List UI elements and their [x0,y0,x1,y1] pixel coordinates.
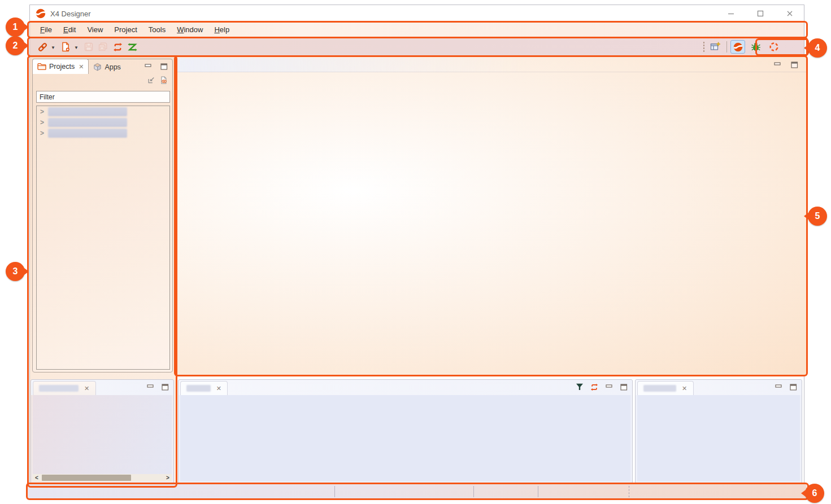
close-button[interactable] [784,7,796,20]
open-perspective-button[interactable] [708,40,722,54]
menu-view[interactable]: View [81,23,108,37]
bottom-left-tab[interactable]: ✕ [33,381,96,395]
panel-maximize-icon[interactable] [790,61,798,68]
main-toolbar: ▼ ▼ [30,38,804,56]
tab-close-icon[interactable]: ✕ [84,385,89,392]
bottom-right-tab[interactable]: ✕ [637,381,694,395]
refresh-button[interactable] [111,40,125,54]
file-preview-eye-icon[interactable] [160,76,168,84]
filter-input[interactable] [36,91,170,103]
editor-controls [773,61,798,68]
callout-5: 5 [808,207,827,226]
tree-item[interactable]: > [37,106,169,117]
save-all-icon [98,42,108,52]
app-cube-icon [93,63,102,71]
status-separator [334,486,335,497]
bottom-middle-tab[interactable]: ✕ [180,381,228,395]
panel-minimize-icon[interactable] [775,383,782,391]
bottom-right-content[interactable] [637,395,800,481]
bottom-middle-panel: ✕ [178,379,633,484]
bottom-left-content[interactable] [33,395,172,474]
status-bar [28,484,807,499]
minimize-button[interactable] [725,7,737,20]
perspective-toolbar [703,38,781,56]
panel-maximize-icon[interactable] [161,383,169,391]
status-separator [538,486,538,497]
panel-minimize-icon[interactable] [146,383,154,391]
debug-perspective-button[interactable] [749,40,763,54]
x4-logo-icon [36,8,46,19]
panel-maximize-icon[interactable] [160,63,168,70]
link-dropdown-arrow[interactable]: ▼ [51,45,55,50]
panel-minimize-icon[interactable] [773,61,781,68]
link-with-editor-icon[interactable] [147,76,155,84]
filter-funnel-icon[interactable] [576,383,584,391]
callout-4: 4 [808,38,827,58]
callout-2: 2 [6,36,25,55]
menu-help[interactable]: Help [208,23,235,37]
projects-panel-tabs: Projects ✕ Apps [33,59,125,74]
run-perspective-button[interactable] [767,40,781,54]
chevron-right-icon[interactable]: > [40,108,48,116]
redacted-project-name [48,118,127,127]
tab-close-icon[interactable]: ✕ [216,385,221,392]
scroll-left-icon[interactable]: < [33,475,41,481]
projects-panel: Projects ✕ Apps [32,59,173,372]
save-button[interactable] [82,40,95,54]
chevron-right-icon[interactable]: > [40,119,48,126]
menu-file[interactable]: File [34,23,58,37]
callout-6: 6 [805,484,824,503]
menu-bar: File Edit View Project Tools Window Help [30,23,804,37]
maximize-button[interactable] [754,7,767,20]
new-file-button[interactable] [59,40,72,54]
callout-3: 3 [6,262,25,281]
bottom-right-panel: ✕ [635,379,802,484]
callout-1: 1 [6,17,25,37]
tree-item[interactable]: > [37,117,169,128]
bottom-middle-content[interactable] [180,395,630,481]
screenshot-root: X4 Designer File Edit View Project Tools… [0,0,831,504]
save-all-button[interactable] [97,40,110,54]
link-button[interactable] [36,40,49,54]
editor-area[interactable] [175,56,806,375]
panel-minimize-icon[interactable] [605,383,613,391]
bottom-middle-controls [576,383,628,391]
open-perspective-icon [710,42,721,52]
tab-close-icon[interactable]: ✕ [682,385,687,392]
projects-view-toolbar [147,76,168,84]
tab-projects-close-icon[interactable]: ✕ [79,63,84,71]
scrollbar-thumb[interactable] [42,475,131,481]
redacted-tab-label [643,385,676,392]
compare-button[interactable] [126,40,140,54]
project-folder-icon [37,63,46,71]
menu-project[interactable]: Project [108,23,142,37]
projects-tree: > > > [36,106,170,370]
tab-apps[interactable]: Apps [89,59,125,74]
toolbar-grip-handle[interactable] [703,41,705,52]
bottom-left-controls [146,383,169,391]
editor-tab-strip [175,58,806,72]
scroll-right-icon[interactable]: > [164,475,172,481]
link-icon [37,42,48,52]
menu-edit[interactable]: Edit [58,23,81,37]
new-file-icon [60,42,71,52]
chevron-right-icon[interactable]: > [40,129,48,137]
save-icon [84,42,94,52]
refresh-icon[interactable] [590,383,598,391]
panel-maximize-icon[interactable] [620,383,628,391]
window-title: X4 Designer [50,10,91,18]
tab-projects[interactable]: Projects ✕ [32,59,89,74]
menu-window[interactable]: Window [171,23,208,37]
status-separator-dashed [629,486,629,497]
x4-perspective-button[interactable] [730,40,745,54]
redacted-project-name [48,107,127,116]
new-file-dropdown-arrow[interactable]: ▼ [74,45,79,50]
panel-maximize-icon[interactable] [789,383,797,391]
tree-item[interactable]: > [37,128,169,138]
bottom-right-tabstrip: ✕ [636,380,802,395]
panel-minimize-icon[interactable] [144,63,152,70]
menu-tools[interactable]: Tools [143,23,171,37]
refresh-icon [113,42,123,52]
horizontal-scrollbar[interactable]: < > [33,474,172,481]
bottom-left-panel: ✕ < > [31,379,174,484]
